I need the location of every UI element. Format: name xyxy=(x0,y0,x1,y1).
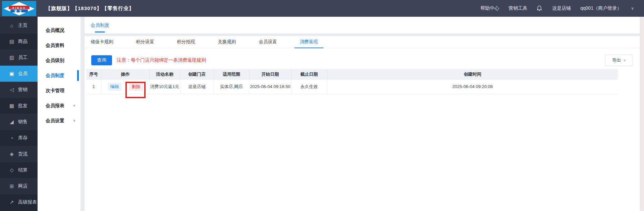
submenu-item-label: 次卡管理 xyxy=(46,88,64,94)
sidebar-item-settlement[interactable]: ◇ 结算 xyxy=(0,162,38,178)
aibao-logo-icon: AIBAO 爱宝 xyxy=(3,2,35,16)
header-actions: 操作 xyxy=(101,69,149,80)
subtab-consume-cashback[interactable]: 消费返现 xyxy=(300,36,318,48)
main-sidebar: ⌂ 主页 ▤ 商品 ▥ 员工 ▣ 会员 ◁ 营销 ▦ 批发 ◢ 销售 ◔ 库存 … xyxy=(0,17,38,211)
header-created-store: 创建门店 xyxy=(180,69,214,80)
submenu-item-label: 会员级别 xyxy=(46,58,64,64)
export-button-label: 导出 xyxy=(612,57,621,63)
wholesale-icon: ▦ xyxy=(9,103,15,109)
member-submenu: 会员概况 会员资料 会员级别 会员制度 次卡管理 会员报表 ∨ 会员设置 ∨ xyxy=(38,17,80,211)
sidebar-item-goods[interactable]: ▤ 商品 xyxy=(0,33,38,50)
submenu-item-label: 会员制度 xyxy=(46,73,64,79)
sidebar-item-staff[interactable]: ▥ 员工 xyxy=(0,50,38,66)
page-title: 【旗舰版】【183070】【零售行业】 xyxy=(46,0,134,17)
subtab-points-redeem[interactable]: 积分抵现 xyxy=(177,36,195,48)
sidebar-item-label: 会员 xyxy=(18,71,28,77)
submenu-item-label: 会员资料 xyxy=(46,43,64,49)
layout-divider xyxy=(80,17,85,211)
submenu-item-member-settings[interactable]: 会员设置 ∨ xyxy=(38,113,80,128)
submenu-item-member-level[interactable]: 会员级别 xyxy=(38,53,80,68)
notice-text: 注意：每个门店只能绑定一条消费返现规则 xyxy=(117,55,206,65)
page-tab-bar: 会员制度 xyxy=(85,17,640,33)
cell-activity-name: 消费10元返1元 xyxy=(149,80,180,94)
sidebar-item-label: 员工 xyxy=(18,55,28,61)
query-button[interactable]: 查询 xyxy=(91,55,112,65)
submenu-item-member-system[interactable]: 会员制度 xyxy=(38,68,80,83)
sidebar-item-label: 货流 xyxy=(18,151,28,157)
submenu-item-label: 会员报表 xyxy=(46,103,64,109)
chevron-down-icon: ∨ xyxy=(73,104,76,107)
cell-start-date: 2025-06-04 09:16:50 xyxy=(249,80,291,94)
topbar-right: 帮助中心 营销工具 这是店铺 qq001（商户登录） ∨ xyxy=(480,0,634,17)
store-name[interactable]: 这是店铺 xyxy=(552,5,571,11)
cell-index: 1 xyxy=(86,80,101,94)
table-header-row: 序号 操作 活动名称 创建门店 适用范围 开始日期 截止日期 创建时间 xyxy=(86,69,618,80)
cell-created-store: 这是店铺 xyxy=(180,80,214,94)
cashback-rules-table: 序号 操作 活动名称 创建门店 适用范围 开始日期 截止日期 创建时间 1 编辑… xyxy=(86,69,618,94)
main-content: 会员制度 储值卡规则积分设置积分抵现兑换规则会员设置消费返现 查询 注意：每个门… xyxy=(85,17,640,211)
sidebar-item-label: 营销 xyxy=(18,87,28,93)
delete-link[interactable]: 删除 xyxy=(129,83,143,91)
sidebar-item-sales[interactable]: ◢ 销售 xyxy=(0,114,38,130)
inventory-icon: ◔ xyxy=(9,135,15,141)
cell-actions: 编辑 删除 xyxy=(101,80,149,94)
app-logo[interactable]: AIBAO 爱宝 xyxy=(2,1,36,16)
account-menu[interactable]: qq001（商户登录） xyxy=(580,5,622,11)
svg-text:AIBAO: AIBAO xyxy=(12,6,26,9)
staff-icon: ▥ xyxy=(9,55,15,61)
submenu-item-member-reports[interactable]: 会员报表 ∨ xyxy=(38,98,80,113)
page-scrollbar[interactable] xyxy=(640,17,644,211)
subtab-member-settings[interactable]: 会员设置 xyxy=(259,36,277,48)
help-center-link[interactable]: 帮助中心 xyxy=(480,5,499,11)
notification-bell-icon[interactable] xyxy=(537,5,543,12)
sidebar-item-label: 主页 xyxy=(18,22,28,28)
submenu-item-times-card[interactable]: 次卡管理 xyxy=(38,83,80,98)
submenu-item-member-overview[interactable]: 会员概况 xyxy=(38,23,80,38)
settlement-icon: ◇ xyxy=(9,167,15,173)
sidebar-item-member[interactable]: ▣ 会员 xyxy=(0,66,38,82)
sidebar-item-inventory[interactable]: ◔ 库存 xyxy=(0,130,38,146)
sidebar-item-label: 结算 xyxy=(18,167,28,173)
sidebar-item-advanced-reports[interactable]: ↗ 高级报表 xyxy=(0,194,38,210)
sales-icon: ◢ xyxy=(9,119,15,125)
sidebar-item-logistics[interactable]: ◈ 货流 xyxy=(0,146,38,162)
online-store-icon: ⊞ xyxy=(9,183,15,189)
header-scope: 适用范围 xyxy=(214,69,249,80)
edit-link[interactable]: 编辑 xyxy=(108,83,122,91)
sidebar-item-wholesale[interactable]: ▦ 批发 xyxy=(0,98,38,114)
sub-tab-bar: 储值卡规则积分设置积分抵现兑换规则会员设置消费返现 xyxy=(85,36,640,48)
sidebar-item-marketing[interactable]: ◁ 营销 xyxy=(0,82,38,98)
advanced-reports-icon: ↗ xyxy=(9,199,15,205)
account-chevron-down-icon[interactable]: ∨ xyxy=(631,6,634,11)
submenu-item-label: 会员设置 xyxy=(46,118,64,124)
header-created-time: 创建时间 xyxy=(327,69,618,80)
subtab-stored-card-rules[interactable]: 储值卡规则 xyxy=(91,36,113,48)
goods-icon: ▤ xyxy=(9,39,15,45)
submenu-item-label: 会员概况 xyxy=(46,27,64,33)
top-bar: AIBAO 爱宝 【旗舰版】【183070】【零售行业】 帮助中心 营销工具 这… xyxy=(0,0,644,17)
cell-end-date: 永久生效 xyxy=(291,80,327,94)
sidebar-item-label: 批发 xyxy=(18,103,28,109)
sidebar-item-label: 高级报表 xyxy=(18,199,37,205)
sidebar-item-label: 商品 xyxy=(18,39,28,45)
marketing-tools-link[interactable]: 营销工具 xyxy=(508,5,527,11)
cell-created-time: 2025-06-04 09:20:08 xyxy=(327,80,618,94)
sidebar-item-label: 库存 xyxy=(18,135,28,141)
cell-scope: 实体店,网店 xyxy=(214,80,249,94)
sidebar-item-online-store[interactable]: ⊞ 网店 xyxy=(0,178,38,194)
table-row: 1 编辑 删除 消费10元返1元 这是店铺 实体店,网店 2025-06-04 … xyxy=(86,80,618,94)
subtab-exchange-rules[interactable]: 兑换规则 xyxy=(218,36,236,48)
sidebar-item-home[interactable]: ⌂ 主页 xyxy=(0,17,38,33)
header-end-date: 截止日期 xyxy=(291,69,327,80)
header-start-date: 开始日期 xyxy=(249,69,291,80)
header-activity-name: 活动名称 xyxy=(149,69,180,80)
sidebar-item-label: 销售 xyxy=(18,119,28,125)
svg-text:爱宝: 爱宝 xyxy=(14,9,24,12)
export-chevron-down-icon: ∨ xyxy=(623,58,626,62)
band-divider xyxy=(85,33,640,36)
logistics-icon: ◈ xyxy=(9,151,15,157)
tab-member-system[interactable]: 会员制度 xyxy=(91,22,109,28)
subtab-points-settings[interactable]: 积分设置 xyxy=(136,36,154,48)
submenu-item-member-info[interactable]: 会员资料 xyxy=(38,38,80,53)
export-button[interactable]: 导出 ∨ xyxy=(605,55,633,66)
